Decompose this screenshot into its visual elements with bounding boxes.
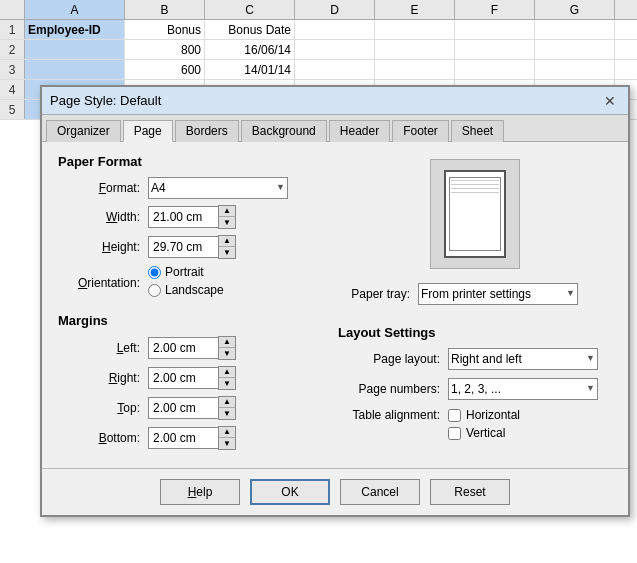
tab-organizer[interactable]: Organizer [46,120,121,142]
col-header-e: E [375,0,455,19]
paper-bottom-margin [449,250,501,251]
left-input-wrap: ▲ ▼ [148,336,236,360]
width-label: Width: [58,210,148,224]
orientation-options: Portrait Landscape [148,265,224,301]
paper-preview-bg [430,159,520,269]
paper-tray-label: Paper tray: [338,287,418,301]
landscape-radio[interactable] [148,284,161,297]
height-down-arrow[interactable]: ▼ [219,247,235,258]
vertical-checkbox[interactable] [448,427,461,440]
page-numbers-select[interactable]: 1, 2, 3, ... i, ii, iii, ... A, B, C, ..… [448,378,598,400]
top-input-wrap: ▲ ▼ [148,396,236,420]
cell-d1[interactable] [295,20,375,39]
ok-button[interactable]: OK [250,479,330,505]
width-down-arrow[interactable]: ▼ [219,217,235,228]
table-alignment-label: Table alignment: [338,408,448,422]
col-header-b: B [125,0,205,19]
bottom-up-arrow[interactable]: ▲ [219,427,235,438]
left-row: Left: ▲ ▼ [58,336,318,360]
paper-inner [444,170,506,258]
width-input[interactable] [148,206,218,228]
bottom-row: Bottom: ▲ ▼ [58,426,318,450]
right-down-arrow[interactable]: ▼ [219,378,235,389]
vertical-checkbox-row: Vertical [448,426,520,440]
width-up-arrow[interactable]: ▲ [219,206,235,217]
cell-e1[interactable] [375,20,455,39]
portrait-radio-row: Portrait [148,265,224,279]
page-layout-label: Page layout: [338,352,448,366]
right-column: Paper tray: From printer settings Manual… [338,154,612,456]
paper-tray-select-wrap: From printer settings Manual Tray 1 Tray… [418,283,578,305]
cell-b1[interactable]: Bonus [125,20,205,39]
sheet-column-headers: A B C D E F G [0,0,637,20]
height-row: Height: ▲ ▼ [58,235,318,259]
dialog-title: Page Style: Default [50,93,161,108]
cancel-button[interactable]: Cancel [340,479,420,505]
bottom-down-arrow[interactable]: ▼ [219,438,235,449]
left-down-arrow[interactable]: ▼ [219,348,235,359]
right-input-wrap: ▲ ▼ [148,366,236,390]
col-header-g: G [535,0,615,19]
right-up-arrow[interactable]: ▲ [219,367,235,378]
top-arrows: ▲ ▼ [218,396,236,420]
dialog-titlebar: Page Style: Default ✕ [42,87,628,115]
cell-f1[interactable] [455,20,535,39]
orientation-label: Orientation: [58,276,148,290]
table-alignment-options: Horizontal Vertical [448,408,520,444]
right-label: Right: [58,371,148,385]
width-arrows: ▲ ▼ [218,205,236,229]
dialog-tabs: Organizer Page Borders Background Header… [42,115,628,142]
height-input[interactable] [148,236,218,258]
bottom-arrows: ▲ ▼ [218,426,236,450]
col-header-c: C [205,0,295,19]
landscape-label: Landscape [165,283,224,297]
left-input[interactable] [148,337,218,359]
page-layout-select[interactable]: Right and left Mirrored Only right Only … [448,348,598,370]
orientation-row: Orientation: Portrait Landscape [58,265,318,301]
top-up-arrow[interactable]: ▲ [219,397,235,408]
width-input-wrap: ▲ ▼ [148,205,236,229]
landscape-radio-row: Landscape [148,283,224,297]
portrait-radio[interactable] [148,266,161,279]
bottom-input[interactable] [148,427,218,449]
format-row: Format: A4 A3 Letter Legal [58,177,318,199]
paper-tray-row: Paper tray: From printer settings Manual… [338,283,612,305]
bottom-input-wrap: ▲ ▼ [148,426,236,450]
tab-background[interactable]: Background [241,120,327,142]
table-row: 3 600 14/01/14 [0,60,637,80]
tab-header[interactable]: Header [329,120,390,142]
height-arrows: ▲ ▼ [218,235,236,259]
horizontal-label: Horizontal [466,408,520,422]
tab-sheet[interactable]: Sheet [451,120,504,142]
cell-g1[interactable] [535,20,615,39]
reset-button[interactable]: Reset [430,479,510,505]
layout-settings-title: Layout Settings [338,325,612,340]
tab-page[interactable]: Page [123,120,173,142]
height-input-wrap: ▲ ▼ [148,235,236,259]
height-up-arrow[interactable]: ▲ [219,236,235,247]
help-button[interactable]: Help [160,479,240,505]
left-arrows: ▲ ▼ [218,336,236,360]
top-input[interactable] [148,397,218,419]
horizontal-checkbox[interactable] [448,409,461,422]
right-input[interactable] [148,367,218,389]
paper-table-lines [451,180,499,196]
cell-a1[interactable]: Employee-ID [25,20,125,39]
paper-tray-select[interactable]: From printer settings Manual Tray 1 Tray… [418,283,578,305]
dialog-buttons: Help OK Cancel Reset [42,468,628,515]
page-numbers-label: Page numbers: [338,382,448,396]
tab-borders[interactable]: Borders [175,120,239,142]
left-label: Left: [58,341,148,355]
paper-right-margin [500,177,501,251]
page-layout-select-wrap: Right and left Mirrored Only right Only … [448,348,598,370]
format-select[interactable]: A4 A3 Letter Legal [148,177,288,199]
top-down-arrow[interactable]: ▼ [219,408,235,419]
format-label: Format: [58,181,148,195]
tab-footer[interactable]: Footer [392,120,449,142]
close-button[interactable]: ✕ [600,93,620,109]
right-top: Paper tray: From printer settings Manual… [338,154,612,315]
paper-top-margin [449,177,501,178]
cell-c1[interactable]: Bonus Date [205,20,295,39]
left-up-arrow[interactable]: ▲ [219,337,235,348]
page-layout-row: Page layout: Right and left Mirrored Onl… [338,348,612,370]
